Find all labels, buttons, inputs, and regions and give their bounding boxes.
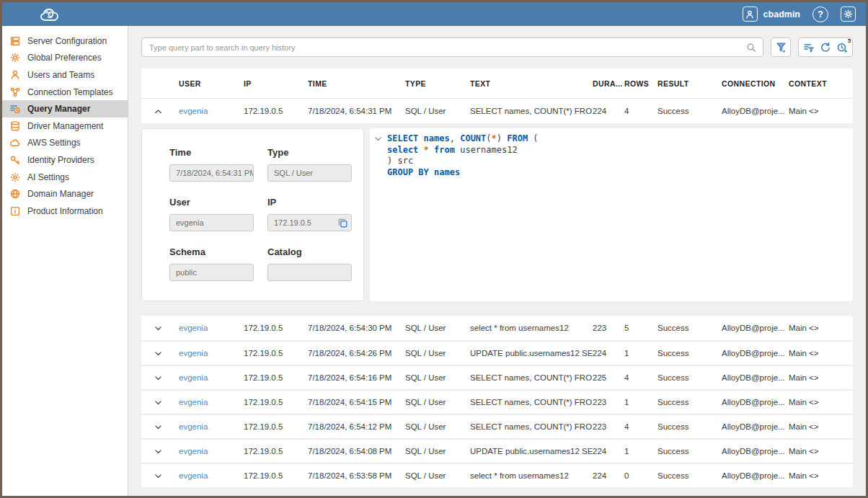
- row-ip: 172.19.0.5: [244, 349, 308, 357]
- row-user-link[interactable]: evgenia: [179, 398, 244, 406]
- column-header[interactable]: TEXT: [470, 79, 593, 88]
- row-time: 7/18/2024, 6:54:12 PM: [308, 422, 405, 431]
- sql-code[interactable]: SELECT names, COUNT(*) FROM (select * fr…: [387, 133, 847, 178]
- row-rows: 0: [624, 471, 657, 480]
- administration-settings-button[interactable]: [841, 6, 856, 22]
- auto-refresh-button[interactable]: 5: [836, 41, 849, 53]
- row-user-link[interactable]: evgenia: [179, 471, 244, 480]
- row-type: SQL / User: [405, 324, 470, 332]
- query-history-rows: evgenia172.19.0.57/18/2024, 6:54:30 PMSQ…: [141, 316, 853, 487]
- query-search-input[interactable]: [142, 38, 763, 56]
- row-duration: 224: [593, 107, 624, 115]
- row-time: 7/18/2024, 6:53:58 PM: [308, 471, 405, 480]
- chevron-down-icon[interactable]: [154, 349, 163, 358]
- sidebar-item-users-and-teams[interactable]: Users and Teams: [2, 66, 128, 84]
- row-duration: 224: [593, 447, 624, 455]
- query-properties-fields: Time7/18/2024, 6:54:31 PMTypeSQL / UserU…: [169, 147, 363, 281]
- chevron-down-icon[interactable]: [154, 373, 163, 383]
- chevron-down-icon[interactable]: [373, 134, 383, 143]
- sidebar-item-identity-providers[interactable]: Identity Providers: [2, 151, 128, 169]
- row-result: Success: [657, 107, 722, 115]
- table-row[interactable]: evgenia172.19.0.57/18/2024, 6:54:30 PMSQ…: [141, 316, 853, 340]
- chevron-down-icon[interactable]: [154, 471, 163, 481]
- row-user-link[interactable]: evgenia: [179, 107, 244, 115]
- row-duration: 225: [593, 373, 624, 382]
- row-user-link[interactable]: evgenia: [179, 324, 244, 332]
- column-header[interactable]: CONTEXT: [789, 79, 853, 88]
- sidebar-item-domain-manager[interactable]: Domain Manager: [2, 185, 128, 203]
- sidebar-item-product-information[interactable]: Product Information: [2, 203, 128, 220]
- column-header[interactable]: DURA...: [593, 79, 624, 88]
- table-row[interactable]: evgenia172.19.0.57/18/2024, 6:54:08 PMSQ…: [141, 438, 853, 463]
- row-context: Main <>: [789, 398, 853, 406]
- field-value-input[interactable]: public: [169, 264, 254, 281]
- sidebar-item-aws-settings[interactable]: AWS Settings: [2, 135, 128, 152]
- sidebar-item-label: Server Configuration: [27, 36, 107, 46]
- column-header[interactable]: RESULT: [657, 79, 722, 88]
- row-user-link[interactable]: evgenia: [179, 349, 244, 357]
- sidebar-item-global-preferences[interactable]: Global Preferences: [2, 50, 128, 67]
- row-time: 7/18/2024, 6:54:30 PM: [308, 324, 405, 332]
- row-user-link[interactable]: evgenia: [179, 422, 244, 431]
- field-value-input[interactable]: SQL / User: [267, 164, 352, 182]
- copy-icon[interactable]: [337, 217, 349, 229]
- row-rows: 4: [624, 373, 657, 382]
- key-icon: [9, 154, 21, 166]
- sql-code-line: select * from usernames12: [387, 145, 847, 156]
- row-text: select * from usernames12: [470, 324, 593, 332]
- row-duration: 224: [593, 471, 624, 480]
- filter-button[interactable]: [771, 37, 791, 57]
- detail-field-schema: Schemapublic: [169, 246, 254, 281]
- row-result: Success: [657, 471, 722, 480]
- table-row[interactable]: evgenia172.19.0.57/18/2024, 6:54:15 PMSQ…: [141, 389, 853, 414]
- chevron-down-icon[interactable]: [154, 447, 163, 456]
- table-row[interactable]: evgenia172.19.0.57/18/2024, 6:53:58 PMSQ…: [141, 463, 853, 487]
- chevron-down-icon[interactable]: [154, 398, 163, 407]
- user-menu[interactable]: cbadmin: [743, 6, 800, 22]
- row-user-link[interactable]: evgenia: [179, 373, 244, 382]
- column-header[interactable]: IP: [244, 79, 308, 88]
- row-result: Success: [657, 373, 722, 382]
- field-value-input[interactable]: 172.19.0.5: [267, 214, 352, 231]
- sidebar-item-label: Users and Teams: [27, 70, 94, 80]
- field-value-input[interactable]: 7/18/2024, 6:54:31 PM: [169, 164, 254, 182]
- field-value-input[interactable]: [267, 264, 352, 281]
- log-settings-button[interactable]: [803, 42, 815, 53]
- row-type: SQL / User: [405, 107, 470, 115]
- table-row[interactable]: evgenia172.19.0.57/18/2024, 6:54:26 PMSQ…: [141, 340, 853, 365]
- sidebar-item-label: Domain Manager: [27, 189, 94, 199]
- row-time: 7/18/2024, 6:54:31 PM: [308, 107, 405, 115]
- sidebar-item-query-manager[interactable]: Query Manager: [2, 100, 128, 117]
- field-value-input[interactable]: evgenia: [169, 214, 254, 231]
- column-header[interactable]: CONNECTION: [722, 79, 789, 88]
- row-ip: 172.19.0.5: [244, 422, 308, 431]
- refresh-button[interactable]: [820, 42, 831, 53]
- table-row[interactable]: evgenia172.19.0.57/18/2024, 6:54:16 PMSQ…: [141, 365, 853, 389]
- chevron-down-icon[interactable]: [154, 422, 163, 432]
- row-ip: 172.19.0.5: [244, 471, 308, 480]
- sidebar-item-server-configuration[interactable]: Server Configuration: [2, 32, 128, 50]
- table-row[interactable]: evgenia172.19.0.57/18/2024, 6:54:31 PMSQ…: [141, 98, 853, 123]
- column-header[interactable]: TIME: [308, 79, 405, 88]
- row-context: Main <>: [789, 373, 853, 382]
- row-rows: 1: [624, 398, 657, 406]
- chevron-down-icon[interactable]: [154, 324, 163, 333]
- row-result: Success: [657, 422, 722, 431]
- row-user-link[interactable]: evgenia: [179, 447, 244, 455]
- help-button[interactable]: ?: [812, 6, 828, 22]
- sidebar-item-label: Identity Providers: [27, 155, 94, 165]
- field-label: Type: [267, 147, 352, 158]
- chevron-up-icon[interactable]: [154, 107, 163, 116]
- sidebar-item-connection-templates[interactable]: Connection Templates: [2, 84, 128, 101]
- column-header[interactable]: ROWS: [624, 79, 657, 88]
- sidebar-item-driver-management[interactable]: Driver Management: [2, 117, 128, 135]
- row-connection: AlloyDB@proje...: [722, 324, 789, 332]
- table-row[interactable]: evgenia172.19.0.57/18/2024, 6:54:12 PMSQ…: [141, 414, 853, 438]
- row-time: 7/18/2024, 6:54:08 PM: [308, 447, 405, 455]
- filter-funnel-icon: [775, 41, 787, 53]
- row-context: Main <>: [789, 422, 853, 431]
- admin-sidebar: Server ConfigurationGlobal PreferencesUs…: [2, 26, 128, 496]
- column-header[interactable]: TYPE: [405, 79, 470, 88]
- column-header[interactable]: USER: [179, 79, 244, 88]
- sidebar-item-ai-settings[interactable]: AI Settings: [2, 169, 128, 186]
